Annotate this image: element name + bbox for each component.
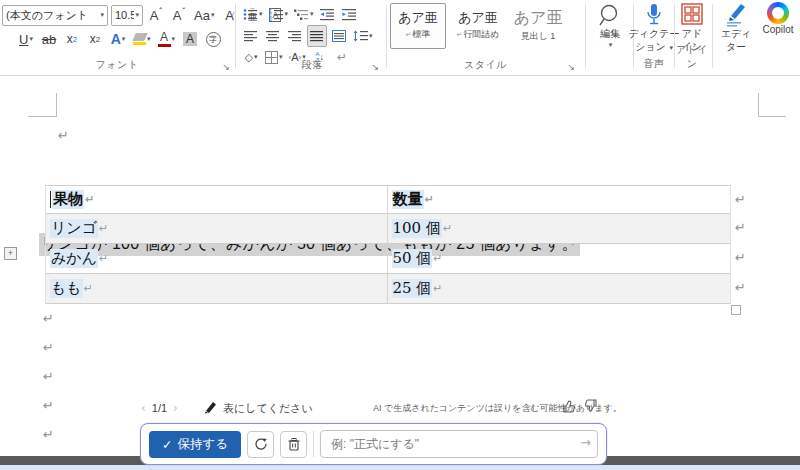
row-end-mark: ↵ <box>735 220 746 235</box>
align-left-button[interactable] <box>241 25 261 47</box>
style-chip-no-spacing[interactable]: あア亜 ↵行間詰め <box>450 3 506 49</box>
align-center-icon <box>266 30 280 42</box>
chevron-down-icon: ▾ <box>669 44 673 51</box>
bullet-list-button[interactable]: ▾ <box>241 3 265 25</box>
editor-button[interactable]: エディ ター <box>716 2 756 53</box>
pilcrow-mark: ↵ <box>43 311 54 326</box>
prev-result-button[interactable]: ‹ <box>141 401 146 415</box>
header-cell-quantity[interactable]: 数量↵ <box>388 186 731 213</box>
shrink-font-button[interactable]: Aˇ <box>169 4 189 26</box>
refresh-icon <box>254 437 268 451</box>
keep-button[interactable]: ✓ 保持する <box>149 431 241 458</box>
superscript-button[interactable]: x2 <box>85 28 105 50</box>
chevron-down-icon: ▾ <box>211 11 215 19</box>
style-chip-heading1[interactable]: あア亜 見出し 1 <box>510 3 566 49</box>
svg-text:3: 3 <box>269 16 272 21</box>
table-resize-handle[interactable] <box>731 305 741 315</box>
trash-icon <box>288 437 300 451</box>
underline-button[interactable]: U▾ <box>16 28 36 50</box>
character-shading-button[interactable]: A <box>180 28 200 50</box>
next-result-button[interactable]: › <box>173 401 178 415</box>
table-move-handle[interactable]: + <box>4 247 17 260</box>
chevron-down-icon: ▾ <box>285 10 289 18</box>
text-cursor <box>50 191 51 208</box>
regenerate-button[interactable] <box>247 431 274 458</box>
font-name-value: (本文のフォント <box>6 8 99 23</box>
grow-font-button[interactable]: Aˆ <box>146 4 166 26</box>
style-group-label: スタイル <box>388 58 583 72</box>
font-name-combobox[interactable]: (本文のフォント ▾ <box>2 5 108 26</box>
thumbs-down-button[interactable] <box>584 399 598 417</box>
cell-end-mark: ↵ <box>443 222 452 235</box>
cell-end-mark: ↵ <box>84 282 93 295</box>
chevron-down-icon: ▾ <box>310 10 314 18</box>
align-right-icon <box>288 30 302 42</box>
dictation-button[interactable]: ディクテー ション ▾ <box>634 2 674 53</box>
font-color-button[interactable]: A▾ <box>156 28 178 50</box>
page-margin-mark-left <box>28 93 57 117</box>
copilot-prompt-input[interactable] <box>320 430 598 458</box>
chevron-down-icon: ▾ <box>369 32 373 40</box>
line-spacing-button[interactable]: ▾ <box>351 25 375 47</box>
search-icon <box>598 2 622 28</box>
row-end-mark: ↵ <box>735 250 746 265</box>
clear-formatting-button[interactable]: A⁄ <box>219 4 239 26</box>
used-prompt-text[interactable]: 表にしてください <box>223 401 313 416</box>
distribute-button[interactable] <box>329 25 349 47</box>
font-dialog-launcher[interactable]: ↘ <box>222 62 230 72</box>
copilot-button[interactable]: Copilot <box>756 2 800 37</box>
distribute-icon <box>332 30 346 42</box>
thumbs-up-button[interactable] <box>562 399 576 417</box>
send-icon[interactable]: → <box>580 435 591 450</box>
highlighter-icon <box>132 33 148 41</box>
ribbon: (本文のフォント ▾ 10.5 ▾ Aˆ Aˇ Aa▾ A⁄ ア亜 A U▾ a… <box>0 0 800 76</box>
paragraph-dialog-launcher[interactable]: ↘ <box>371 62 379 72</box>
increase-indent-button[interactable] <box>340 3 360 25</box>
check-icon: ✓ <box>162 437 172 452</box>
pilcrow-mark: ↵ <box>43 340 54 355</box>
style-chip-normal[interactable]: あア亜 ↵標準 <box>390 3 446 49</box>
row-end-mark: ↵ <box>735 192 746 207</box>
strikethrough-button[interactable]: ab <box>39 28 59 50</box>
increase-indent-icon <box>342 8 357 21</box>
table-row: リンゴ↵ 100 個↵ <box>46 214 730 244</box>
pilcrow-mark: ↵ <box>43 369 54 384</box>
align-right-button[interactable] <box>285 25 305 47</box>
chevron-down-icon: ▾ <box>147 35 151 43</box>
pilcrow-icon: ↵ <box>406 31 412 38</box>
table-header-row: 果物↵ 数量↵ <box>46 186 730 214</box>
paragraph-group: ▾ 123▾ ▾ ▾ ◇▾ ▾ ‹A›▾ AZ↓ ↵ 段落 ↘ <box>241 0 383 76</box>
row-end-mark: ↵ <box>735 280 746 295</box>
change-case-button[interactable]: Aa▾ <box>192 4 216 26</box>
discard-button[interactable] <box>280 431 307 458</box>
multilevel-list-button[interactable]: ▾ <box>292 3 316 25</box>
voice-group-label: 音声 <box>634 57 674 71</box>
header-cell-fruit[interactable]: 果物↵ <box>46 186 388 213</box>
bullet-list-icon <box>243 8 258 21</box>
cell-end-mark: ↵ <box>425 193 434 206</box>
copilot-result-toolbar: ‹ 1/1 › 表にしてください <box>141 399 313 417</box>
addins-group-label: アドイン <box>674 43 710 71</box>
editing-button[interactable]: 編集 ▾ <box>589 2 631 49</box>
editor-pencil-icon <box>723 2 749 28</box>
justify-icon <box>310 30 324 42</box>
justify-button[interactable] <box>307 25 327 47</box>
subscript-button[interactable]: x2 <box>62 28 82 50</box>
fruit-table[interactable]: 果物↵ 数量↵ リンゴ↵ 100 個↵ みかん↵ 50 個↵ もも↵ 25 個↵ <box>45 185 731 304</box>
text-effects-button[interactable]: A▾ <box>108 28 128 50</box>
red-color-bar <box>158 44 171 47</box>
move-icon: + <box>8 248 13 258</box>
cell-end-mark: ↵ <box>85 193 94 206</box>
pilcrow-icon: ↵ <box>456 31 462 38</box>
cell-end-mark: ↵ <box>99 252 108 265</box>
decrease-indent-button[interactable] <box>318 3 338 25</box>
enclose-circle-button[interactable]: 字 <box>203 28 223 50</box>
font-size-combobox[interactable]: 10.5 ▾ <box>111 5 143 26</box>
divider <box>313 431 314 457</box>
numbered-list-button[interactable]: 123▾ <box>267 3 291 25</box>
align-center-button[interactable] <box>263 25 283 47</box>
style-dialog-launcher[interactable]: ↘ <box>567 62 575 72</box>
highlighter-button[interactable]: ▾ <box>131 28 153 50</box>
font-group-label: フォント <box>2 58 232 72</box>
thumbs-up-icon <box>562 399 576 413</box>
